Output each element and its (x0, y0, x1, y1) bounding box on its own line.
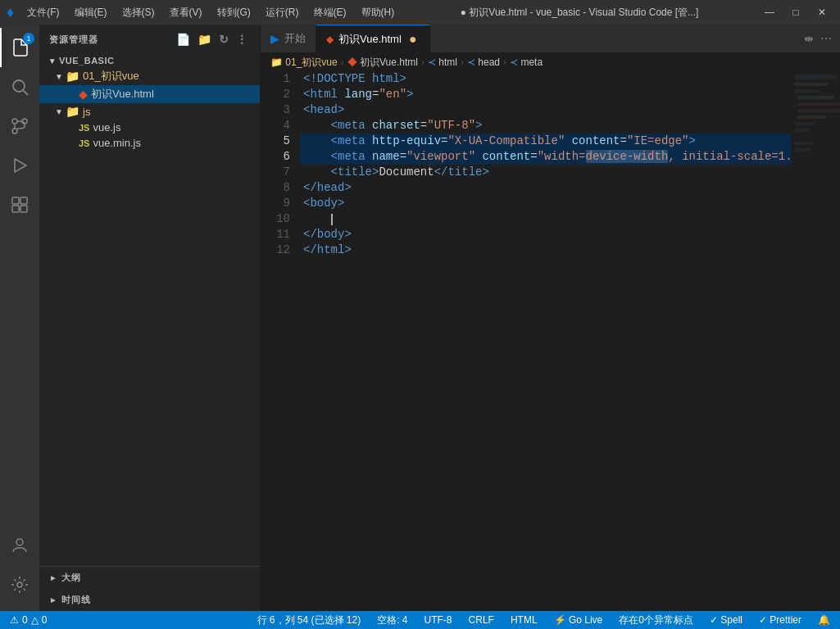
folder-js-icon: 📁 (66, 105, 79, 118)
status-notifications[interactable]: 🔔 (815, 614, 833, 626)
spaces-text: 空格: 4 (377, 613, 407, 627)
line-num-3: 3 (267, 102, 290, 118)
tree-file-vue-html[interactable]: ▶ ◆ 初识Vue.html (39, 85, 260, 103)
new-file-icon[interactable]: 📄 (175, 31, 193, 48)
status-prettier[interactable]: ✓ Prettier (756, 614, 805, 626)
minimap (791, 71, 840, 611)
root-label: VUE_BASIC (59, 56, 114, 66)
breadcrumb-item-2[interactable]: ≺ html (428, 57, 457, 68)
split-editor-icon[interactable]: ⇼ (802, 30, 815, 47)
svg-rect-8 (20, 197, 27, 204)
sidebar: 资源管理器 📄 📁 ↻ ⋮ ▼ VUE_BASIC ▼ 📁 01_初识vue (39, 25, 261, 611)
account-activity-icon[interactable] (0, 526, 39, 565)
breadcrumb-item-3[interactable]: ≺ head (467, 57, 500, 68)
svg-rect-22 (794, 142, 812, 145)
menu-edit[interactable]: 编辑(E) (68, 4, 114, 21)
run-activity-icon[interactable] (0, 146, 39, 185)
menu-file[interactable]: 文件(F) (20, 4, 66, 21)
window-controls: — □ ✕ (758, 4, 833, 20)
svg-rect-21 (794, 129, 810, 132)
tree-file-vuejs[interactable]: ▶ JS vue.js (39, 120, 260, 135)
status-position[interactable]: 行 6，列 54 (已选择 12) (254, 613, 365, 627)
sidebar-header-actions: 📄 📁 ↻ ⋮ (175, 31, 250, 48)
more-actions-icon[interactable]: ⋯ (819, 30, 833, 47)
breadcrumb-item-0[interactable]: 📁 01_初识vue (270, 56, 338, 70)
breadcrumb-sep-3: › (503, 57, 506, 68)
svg-rect-15 (794, 89, 819, 93)
status-language[interactable]: HTML (507, 614, 541, 626)
settings-activity-icon[interactable] (0, 565, 39, 604)
breadcrumb-item-4[interactable]: ≺ meta (510, 57, 543, 68)
minimize-button[interactable]: — (758, 4, 781, 20)
code-editor[interactable]: 1 2 3 4 5 6 7 8 9 10 11 12 <!DOCTYPE htm… (261, 71, 840, 611)
extensions-activity-icon[interactable] (0, 185, 39, 224)
outline-panel-header[interactable]: ► 大纲 (39, 567, 260, 589)
breadcrumb-item-1[interactable]: ◆ 初识Vue.html (347, 56, 418, 70)
source-control-activity-icon[interactable] (0, 106, 39, 146)
issues-text: 存在0个异常标点 (619, 613, 693, 627)
timeline-panel-header[interactable]: ► 时间线 (39, 589, 260, 611)
window-title: ● 初识Vue.html - vue_basic - Visual Studio… (407, 6, 751, 20)
tree-folder-01[interactable]: ▼ 📁 01_初识vue (39, 67, 260, 85)
timeline-chevron: ► (49, 595, 58, 604)
language-text: HTML (511, 614, 538, 626)
status-issues[interactable]: 存在0个异常标点 (615, 613, 697, 627)
line-num-6: 6 (267, 149, 290, 165)
line-num-4: 4 (267, 118, 290, 133)
breadcrumb-sep-2: › (461, 57, 464, 68)
vuejs-label: vue.js (93, 121, 120, 133)
menu-terminal[interactable]: 终端(E) (307, 4, 353, 21)
svg-rect-9 (12, 206, 19, 212)
bell-icon: 🔔 (818, 614, 830, 626)
svg-rect-18 (797, 109, 840, 112)
spell-text: ✓ Spell (710, 614, 742, 626)
warning-count: 0 (42, 614, 48, 626)
status-errors[interactable]: ⚠ 0 △ 0 (7, 614, 50, 626)
menu-view[interactable]: 查看(V) (163, 4, 209, 21)
svg-rect-7 (12, 197, 19, 204)
maximize-button[interactable]: □ (784, 4, 807, 20)
menu-goto[interactable]: 转到(G) (211, 4, 257, 21)
tab-vue-html-icon: ◆ (326, 34, 334, 45)
title-bar: ♦ 文件(F) 编辑(E) 选择(S) 查看(V) 转到(G) 运行(R) 终端… (0, 0, 840, 25)
error-count: 0 (22, 614, 28, 626)
search-activity-icon[interactable] (0, 67, 39, 106)
tab-close-modified-icon[interactable]: ● (406, 33, 420, 46)
code-line-4: <meta charset = "UTF-8" > (300, 118, 791, 133)
status-golive[interactable]: ⚡ Go Live (551, 614, 606, 626)
line-numbers: 1 2 3 4 5 6 7 8 9 10 11 12 (261, 71, 300, 611)
tree-root[interactable]: ▼ VUE_BASIC (39, 54, 260, 67)
tab-start[interactable]: ▶ 开始 (261, 25, 316, 52)
status-line-ending[interactable]: CRLF (465, 614, 497, 626)
svg-point-4 (12, 129, 17, 133)
new-folder-icon[interactable]: 📁 (196, 31, 214, 48)
menu-help[interactable]: 帮助(H) (355, 4, 402, 21)
tree-folder-js[interactable]: ▼ 📁 js (39, 103, 260, 120)
editor-area: ▶ 开始 ◆ 初识Vue.html ● ⇼ ⋯ 📁 01_初识vue › ◆ 初… (261, 25, 840, 611)
status-spaces[interactable]: 空格: 4 (374, 613, 411, 627)
status-encoding[interactable]: UTF-8 (421, 614, 456, 626)
svg-rect-23 (794, 148, 810, 152)
collapse-icon[interactable]: ⋮ (234, 31, 250, 48)
folder-js-label: js (83, 106, 90, 118)
tab-vue-html[interactable]: ◆ 初识Vue.html ● (316, 25, 430, 52)
menu-select[interactable]: 选择(S) (116, 4, 161, 21)
code-line-10 (300, 211, 791, 227)
code-line-6: <meta name = "viewport" content = "width… (300, 149, 791, 165)
svg-rect-14 (794, 83, 827, 86)
breadcrumb-sep-0: › (341, 57, 344, 68)
tree-file-vueminjs[interactable]: ▶ JS vue.min.js (39, 135, 260, 151)
code-content[interactable]: <!DOCTYPE html> <html lang = "en" > <hea… (300, 71, 791, 611)
status-spell[interactable]: ✓ Spell (706, 614, 746, 626)
svg-rect-19 (797, 115, 826, 119)
vuejs-icon: JS (79, 123, 89, 133)
files-activity-icon[interactable]: 1 (0, 28, 39, 67)
svg-rect-13 (794, 75, 837, 79)
menu-run[interactable]: 运行(R) (259, 4, 306, 21)
close-button[interactable]: ✕ (810, 4, 833, 20)
head-tag-crumb-icon: ≺ (467, 57, 475, 68)
refresh-icon[interactable]: ↻ (217, 31, 231, 48)
activity-bar: 1 (0, 25, 39, 611)
vue-html-icon: ◆ (79, 88, 88, 101)
line-num-12: 12 (267, 242, 290, 258)
